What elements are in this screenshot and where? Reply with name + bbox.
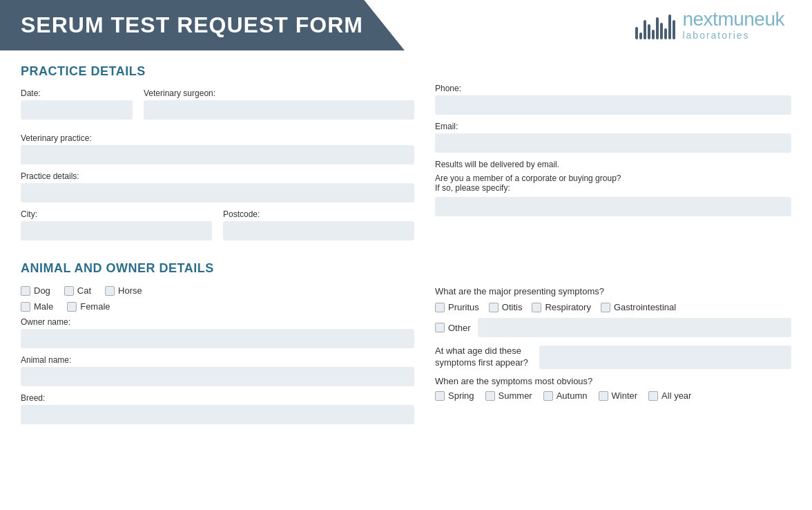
age-question: At what age did these symptoms first app… <box>435 346 528 369</box>
owner-name-label: Owner name: <box>21 317 414 327</box>
breed-group: Breed: <box>21 393 414 424</box>
other-label: Other <box>448 323 471 333</box>
breed-input[interactable] <box>21 405 414 424</box>
postcode-input[interactable] <box>223 221 414 240</box>
vet-practice-input[interactable] <box>21 145 414 164</box>
male-checkbox[interactable] <box>21 302 30 312</box>
vet-surgeon-label: Veterinary surgeon: <box>144 88 414 98</box>
respiratory-checkbox-item: Respiratory <box>532 302 590 312</box>
winter-label: Winter <box>612 390 638 401</box>
species-row: Dog Cat Horse <box>21 285 414 296</box>
city-group: City: <box>21 209 212 240</box>
sex-row: Male Female <box>21 301 414 312</box>
summer-checkbox[interactable] <box>485 391 495 401</box>
vet-surgeon-group: Veterinary surgeon: <box>144 88 414 120</box>
practice-section-title: PRACTICE DETAILS <box>21 64 414 79</box>
autumn-checkbox[interactable] <box>543 391 553 401</box>
practice-two-col: PRACTICE DETAILS Date: Veterinary surgeo… <box>21 64 791 254</box>
corporate-label: Are you a member of a corporate or buyin… <box>435 173 791 193</box>
male-label: Male <box>34 301 53 312</box>
other-checkbox-item: Other <box>435 323 471 333</box>
all-year-label: All year <box>661 390 691 401</box>
practice-left-col: PRACTICE DETAILS Date: Veterinary surgeo… <box>21 64 414 254</box>
when-question: When are the symptoms most obvious? <box>435 376 791 386</box>
practice-details-label: Practice details: <box>21 171 414 181</box>
corporate-input[interactable] <box>435 197 791 216</box>
pruritus-label: Pruritus <box>448 302 479 312</box>
email-label: Email: <box>435 122 791 131</box>
other-text-input[interactable] <box>478 318 791 337</box>
dog-checkbox[interactable] <box>21 286 30 296</box>
spring-checkbox[interactable] <box>435 391 445 401</box>
animal-name-label: Animal name: <box>21 355 414 365</box>
breed-label: Breed: <box>21 393 414 403</box>
other-row: Other <box>435 318 791 337</box>
season-row: Spring Summer Autumn Winter All year <box>435 390 791 401</box>
date-input[interactable] <box>21 100 133 120</box>
symptoms-row-1: Pruritus Otitis Respiratory Gastrointest… <box>435 302 791 312</box>
female-label: Female <box>80 301 110 312</box>
dog-checkbox-item: Dog <box>21 285 50 296</box>
practice-right-col: Phone: Email: Results will be delivered … <box>435 64 791 254</box>
age-input[interactable] <box>539 346 791 369</box>
dog-label: Dog <box>34 285 50 296</box>
title-block: SERUM TEST REQUEST FORM <box>0 0 405 50</box>
city-label: City: <box>21 209 212 219</box>
symptoms-question: What are the major presenting symptoms? <box>435 286 791 296</box>
all-year-checkbox-item: All year <box>648 390 691 401</box>
symptoms-right-col: What are the major presenting symptoms? … <box>435 254 791 431</box>
horse-label: Horse <box>118 285 142 296</box>
gastrointestinal-checkbox[interactable] <box>601 303 610 312</box>
animal-two-col: ANIMAL AND OWNER DETAILS Dog Cat Horse <box>21 254 791 431</box>
vet-surgeon-input[interactable] <box>144 100 414 120</box>
brand-sub: laboratories <box>682 30 784 41</box>
logo-bars-icon <box>635 12 675 39</box>
page-title: SERUM TEST REQUEST FORM <box>21 12 363 38</box>
respiratory-checkbox[interactable] <box>532 303 541 312</box>
autumn-checkbox-item: Autumn <box>543 390 588 401</box>
practice-details-input[interactable] <box>21 183 414 202</box>
date-group: Date: <box>21 88 133 120</box>
animal-name-input[interactable] <box>21 367 414 386</box>
other-checkbox[interactable] <box>435 323 445 332</box>
date-label: Date: <box>21 88 133 98</box>
vet-practice-group: Veterinary practice: <box>21 133 414 164</box>
animal-section-title: ANIMAL AND OWNER DETAILS <box>21 261 414 276</box>
email-group: Email: <box>435 122 791 153</box>
phone-label: Phone: <box>435 84 791 93</box>
otitis-checkbox-item: Otitis <box>489 302 523 312</box>
email-input[interactable] <box>435 133 791 153</box>
animal-left-col: ANIMAL AND OWNER DETAILS Dog Cat Horse <box>21 261 414 431</box>
all-year-checkbox[interactable] <box>648 391 658 401</box>
female-checkbox-item: Female <box>67 301 110 312</box>
corporate-group <box>435 197 791 216</box>
date-vetsurgeon-row: Date: Veterinary surgeon: <box>21 88 414 126</box>
winter-checkbox-item: Winter <box>599 390 638 401</box>
age-row: At what age did these symptoms first app… <box>435 346 791 369</box>
brand-name: nextmuneuk <box>682 9 784 30</box>
city-input[interactable] <box>21 221 212 240</box>
horse-checkbox[interactable] <box>105 286 115 296</box>
pruritus-checkbox-item: Pruritus <box>435 302 479 312</box>
spring-checkbox-item: Spring <box>435 390 474 401</box>
winter-checkbox[interactable] <box>599 391 608 401</box>
owner-name-input[interactable] <box>21 329 414 348</box>
autumn-label: Autumn <box>557 390 588 401</box>
horse-checkbox-item: Horse <box>105 285 142 296</box>
practice-details-group: Practice details: <box>21 171 414 202</box>
phone-input[interactable] <box>435 95 791 115</box>
summer-label: Summer <box>499 390 532 401</box>
male-checkbox-item: Male <box>21 301 53 312</box>
cat-checkbox[interactable] <box>64 286 74 296</box>
summer-checkbox-item: Summer <box>485 390 532 401</box>
cat-checkbox-item: Cat <box>64 285 91 296</box>
main-content: PRACTICE DETAILS Date: Veterinary surgeo… <box>0 64 812 445</box>
gastrointestinal-label: Gastrointestinal <box>614 302 676 312</box>
female-checkbox[interactable] <box>67 302 77 312</box>
pruritus-checkbox[interactable] <box>435 303 445 312</box>
respiratory-label: Respiratory <box>545 302 590 312</box>
postcode-label: Postcode: <box>223 209 414 219</box>
otitis-checkbox[interactable] <box>489 303 499 312</box>
gastrointestinal-checkbox-item: Gastrointestinal <box>601 302 676 312</box>
city-postcode-row: City: Postcode: <box>21 209 414 247</box>
